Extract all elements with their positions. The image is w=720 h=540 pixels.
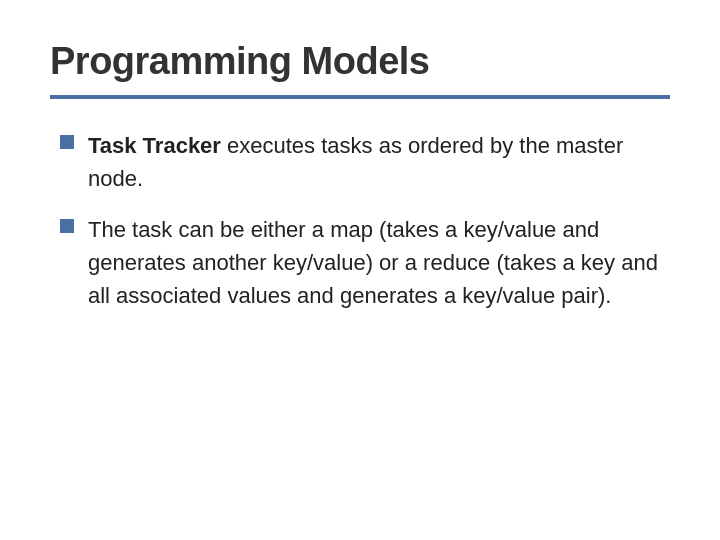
bullet-icon-2	[60, 219, 74, 233]
bullet-text-2: The task can be either a map (takes a ke…	[88, 213, 670, 312]
bullet-text-1: Task Tracker executes tasks as ordered b…	[88, 129, 670, 195]
title-underline	[50, 95, 670, 99]
bullet-icon-1	[60, 135, 74, 149]
bullet-item-2: The task can be either a map (takes a ke…	[60, 213, 670, 312]
bullet-1-bold: Task Tracker	[88, 133, 221, 158]
slide-title: Programming Models	[50, 40, 670, 83]
bullet-item-1: Task Tracker executes tasks as ordered b…	[60, 129, 670, 195]
slide: Programming Models Task Tracker executes…	[0, 0, 720, 540]
content-area: Task Tracker executes tasks as ordered b…	[50, 129, 670, 312]
